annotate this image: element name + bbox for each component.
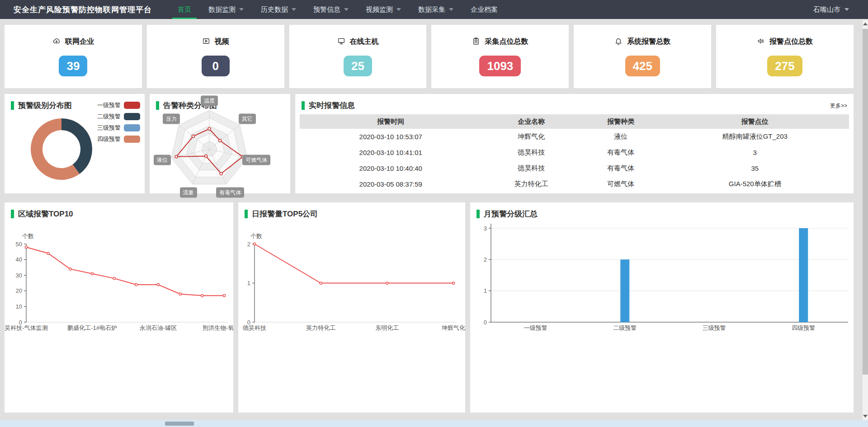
bottom-row: 区域报警TOP10 01020304050个数昊科技-气体监测鹏盛化工-1#电石… (5, 202, 854, 413)
donut-legend: 一级预警二级预警三级预警四级预警 (97, 101, 140, 143)
svg-text:鹏盛化工-1#电石炉: 鹏盛化工-1#电石炉 (67, 324, 117, 331)
table-cell: 3 (660, 145, 849, 160)
monthly-summary-panel: 月预警分级汇总 0123一级预警二级预警三级预警四级预警 (470, 202, 854, 413)
vertical-scrollbar[interactable] (863, 20, 868, 420)
more-link[interactable]: 更多>> (830, 102, 847, 110)
svg-text:坤辉气化: 坤辉气化 (441, 324, 465, 331)
realtime-alarm-panel: 实时报警信息 更多>> 报警时间企业名称报警种类报警点位 2020-03-10 … (295, 94, 854, 193)
legend-item[interactable]: 一级预警 (97, 101, 140, 109)
column-header: 报警种类 (581, 114, 661, 129)
svg-text:2: 2 (484, 256, 487, 263)
region-selector[interactable]: 石嘴山市 (813, 5, 849, 14)
app-title: 安全生产风险预警防控物联网管理平台 (14, 5, 152, 15)
table-cell: 有毒气体 (581, 160, 661, 176)
radar-axis-label: 有毒气体 (216, 188, 244, 198)
chevron-down-icon (292, 8, 296, 11)
nav-item-5[interactable]: 视频监测 (357, 0, 410, 19)
bell-icon (614, 37, 623, 47)
nav-item-6[interactable]: 数据采集 (410, 0, 462, 19)
legend-label: 一级预警 (97, 101, 121, 109)
radar-axis-label: 流量 (180, 188, 197, 198)
nav-item-label: 视频监测 (366, 5, 393, 14)
stat-card-1: 联网企业39 (5, 25, 142, 88)
stat-card-head: 报警点位总数 (757, 37, 813, 47)
stat-card-2: 视频0 (147, 25, 284, 88)
scroll-up-icon[interactable] (863, 23, 868, 25)
warning-level-panel: 预警级别分布图 一级预警二级预警三级预警四级预警 (5, 94, 145, 193)
svg-text:永润石油-罐区: 永润石油-罐区 (140, 324, 177, 331)
table-cell: 液位 (581, 129, 661, 145)
table-cell: 2020-03-10 10:41:01 (300, 145, 482, 160)
svg-text:20: 20 (16, 287, 22, 294)
svg-text:30: 30 (16, 272, 22, 279)
bottom-strip-detail (165, 422, 194, 426)
stat-value-badge: 1093 (479, 56, 521, 76)
nav-item-7[interactable]: 企业档案 (462, 0, 506, 19)
legend-label: 四级预警 (97, 135, 121, 143)
stat-card-6: 报警点位总数275 (716, 25, 854, 88)
table-cell: 德昊科技 (482, 160, 581, 176)
legend-item[interactable]: 四级预警 (97, 135, 140, 143)
svg-text:四级预警: 四级预警 (792, 324, 815, 331)
stat-card-3: 在线主机25 (289, 25, 427, 88)
stat-card-5: 系统报警总数425 (574, 25, 711, 88)
panel-title-marker (11, 101, 14, 110)
top-nav: 安全生产风险预警防控物联网管理平台 首页数据监测历史数据预警信息视频监测数据采集… (0, 0, 868, 19)
scroll-down-icon[interactable] (863, 415, 868, 418)
legend-label: 二级预警 (97, 113, 121, 121)
clipboard-icon (472, 37, 480, 47)
svg-text:个数: 个数 (22, 233, 34, 239)
panel-title-marker (302, 101, 305, 110)
stat-label: 采集点位总数 (485, 37, 528, 47)
svg-text:一级预警: 一级预警 (524, 324, 547, 331)
scrollbar-thumb[interactable] (863, 29, 868, 375)
stat-card-row: 联网企业39视频0在线主机25采集点位总数1093系统报警总数425报警点位总数… (5, 25, 854, 88)
nav-item-label: 数据监测 (208, 5, 236, 14)
nav-item-label: 历史数据 (261, 5, 288, 14)
table-row: 2020-03-10 10:40:40德昊科技有毒气体35 (300, 160, 849, 176)
stat-card-head: 系统报警总数 (614, 37, 670, 47)
svg-text:英力特化工: 英力特化工 (306, 324, 335, 331)
legend-label: 三级预警 (97, 124, 121, 132)
nav-item-4[interactable]: 预警信息 (305, 0, 357, 19)
chevron-down-icon (844, 8, 849, 11)
svg-text:1: 1 (484, 287, 487, 294)
chevron-down-icon (396, 8, 401, 11)
nav-item-3[interactable]: 历史数据 (252, 0, 305, 19)
speaker-icon (757, 37, 765, 47)
chevron-down-icon (239, 8, 244, 11)
panel-title-text: 月预警分级汇总 (484, 209, 538, 219)
stat-card-head: 联网企业 (52, 37, 94, 47)
panel-title-marker (11, 210, 14, 218)
svg-text:1: 1 (247, 280, 250, 286)
table-row: 2020-03-10 10:41:01德昊科技有毒气体3 (300, 145, 849, 160)
svg-text:二级预警: 二级预警 (613, 324, 637, 331)
nav-item-2[interactable]: 数据监测 (200, 0, 252, 19)
nav-menu: 首页数据监测历史数据预警信息视频监测数据采集企业档案 (169, 0, 506, 19)
legend-item[interactable]: 三级预警 (97, 124, 140, 132)
stat-label: 视频 (215, 37, 229, 47)
stat-value-badge: 25 (344, 56, 372, 76)
table-cell: 可燃气体 (581, 176, 661, 192)
panel-title: 预警级别分布图 (11, 100, 72, 111)
table-cell: GIA-520单体贮槽 (660, 176, 849, 192)
table-cell: 英力特化工 (482, 176, 581, 192)
region-top10-panel: 区域报警TOP10 01020304050个数昊科技-气体监测鹏盛化工-1#电石… (5, 202, 233, 413)
nav-item-label: 预警信息 (313, 5, 340, 14)
panel-title: 实时报警信息 (302, 100, 355, 111)
table-cell: 德昊科技 (482, 145, 581, 160)
stat-value-badge: 275 (767, 56, 802, 76)
monitor-icon (337, 37, 345, 47)
stat-card-head: 视频 (202, 37, 229, 47)
legend-item[interactable]: 二级预警 (97, 113, 140, 121)
table-cell: 精醇南罐液位GT_203 (660, 129, 849, 145)
nav-item-label: 企业档案 (471, 5, 498, 14)
region-top10-line-chart: 01020304050个数昊科技-气体监测鹏盛化工-1#电石炉永润石油-罐区荆洪… (5, 202, 233, 413)
monthly-warning-bar-chart: 0123一级预警二级预警三级预警四级预警 (470, 202, 853, 413)
stat-label: 系统报警总数 (627, 37, 670, 47)
panel-title: 日报警量TOP5公司 (245, 209, 318, 219)
stat-value-badge: 39 (59, 56, 87, 76)
panel-title: 区域报警TOP10 (11, 209, 73, 219)
nav-item-1[interactable]: 首页 (169, 0, 200, 19)
legend-swatch (124, 124, 140, 131)
